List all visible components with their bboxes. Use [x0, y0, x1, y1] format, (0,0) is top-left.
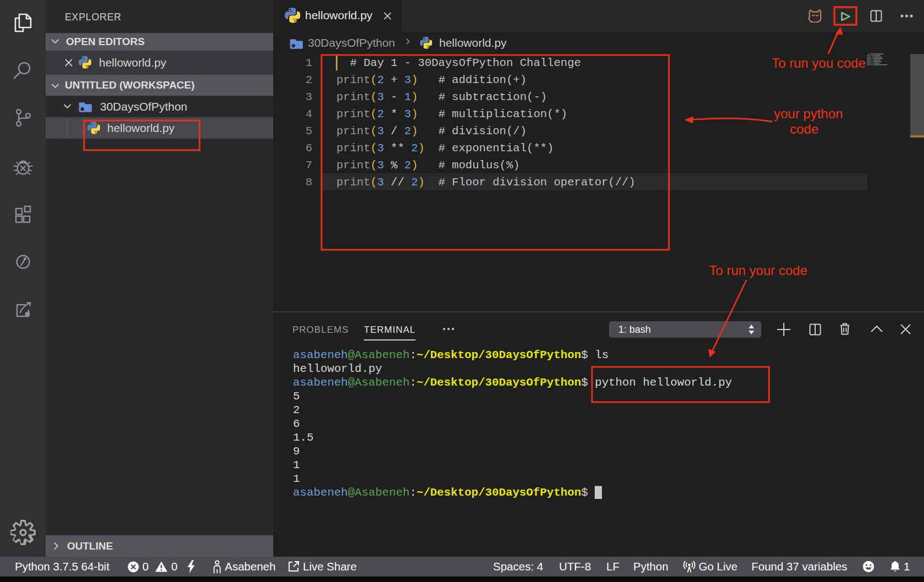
- svg-text:To run your code: To run your code: [709, 263, 807, 278]
- svg-text:your python: your python: [774, 106, 843, 121]
- svg-text:code: code: [790, 122, 818, 136]
- svg-text:To run you code: To run you code: [772, 56, 866, 70]
